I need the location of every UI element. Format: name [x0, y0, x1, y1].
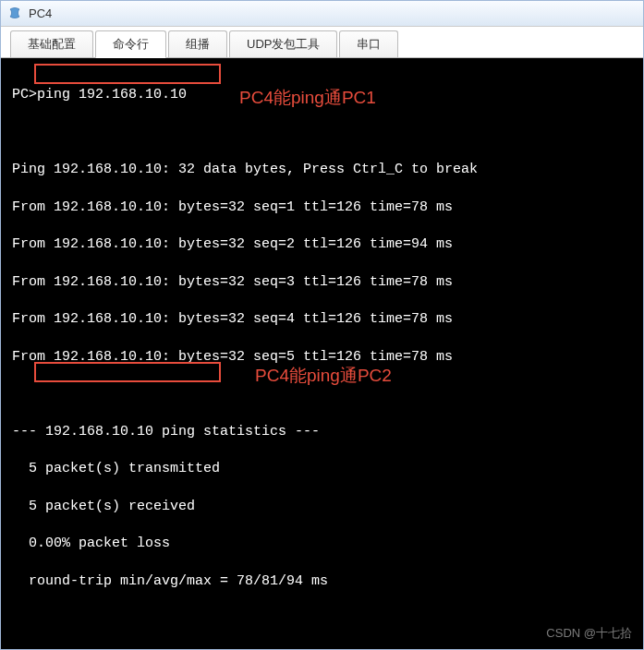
- annotation-1: PC4能ping通PC1: [239, 86, 376, 110]
- stats-1-4: round-trip min/avg/max = 78/81/94 ms: [12, 572, 632, 591]
- tab-udp-tool[interactable]: UDP发包工具: [229, 30, 337, 57]
- command-2: ping 192.168.11.11: [37, 648, 187, 649]
- stats-1-2: 5 packet(s) received: [12, 498, 632, 516]
- highlight-box-1: [34, 64, 221, 84]
- prompt-line-2: PC>ping 192.168.11.11: [12, 647, 632, 649]
- out-1-1: From 192.168.10.10: bytes=32 seq=1 ttl=1…: [12, 199, 632, 217]
- command-1: ping 192.168.10.10: [37, 87, 187, 102]
- annotation-2: PC4能ping通PC2: [255, 364, 392, 388]
- tab-basic-config[interactable]: 基础配置: [10, 30, 93, 57]
- tab-strip: 基础配置 命令行 组播 UDP发包工具 串口: [1, 27, 643, 58]
- title-bar: PC4: [1, 1, 643, 27]
- blank: [12, 124, 632, 142]
- out-1-0: Ping 192.168.10.10: 32 data bytes, Press…: [12, 161, 632, 179]
- blank: [12, 609, 632, 628]
- out-1-2: From 192.168.10.10: bytes=32 seq=2 ttl=1…: [12, 235, 632, 254]
- watermark: CSDN @十七拾: [546, 625, 632, 642]
- tab-multicast[interactable]: 组播: [168, 30, 227, 57]
- prompt-1: PC>: [12, 87, 37, 102]
- stats-1-3: 0.00% packet loss: [12, 535, 632, 553]
- tab-command-line[interactable]: 命令行: [95, 30, 166, 58]
- window-title: PC4: [29, 6, 52, 20]
- stats-1-1: 5 packet(s) transmitted: [12, 460, 632, 478]
- out-1-4: From 192.168.10.10: bytes=32 seq=4 ttl=1…: [12, 310, 632, 329]
- stats-1-0: --- 192.168.10.10 ping statistics ---: [12, 423, 632, 441]
- app-icon: [6, 6, 23, 22]
- blank: [12, 385, 632, 403]
- out-1-3: From 192.168.10.10: bytes=32 seq=3 ttl=1…: [12, 273, 632, 292]
- terminal-panel[interactable]: PC>ping 192.168.10.10 Ping 192.168.10.10…: [1, 58, 643, 649]
- app-window: PC4 基础配置 命令行 组播 UDP发包工具 串口 PC>ping 192.1…: [0, 0, 644, 650]
- prompt-2: PC>: [12, 648, 37, 649]
- tab-serial[interactable]: 串口: [339, 30, 398, 57]
